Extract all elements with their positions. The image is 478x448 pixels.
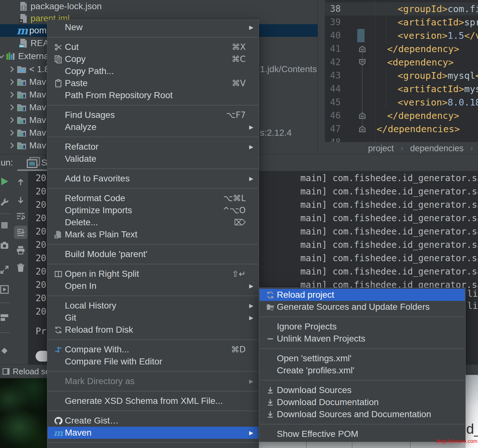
- menu-item-cut[interactable]: Cut⌘X: [48, 41, 258, 53]
- menu-item-label: Find Usages: [65, 110, 115, 120]
- menu-item-label: Generate Sources and Update Folders: [277, 302, 430, 312]
- menu-item-label: Refactor: [65, 142, 99, 152]
- line-number: 39: [325, 16, 341, 29]
- fold-marker-collapse-icon[interactable]: [358, 112, 366, 120]
- download-icon: [263, 410, 277, 419]
- pin-icon[interactable]: [0, 346, 10, 356]
- menu-item-paste[interactable]: Paste⌘V: [48, 77, 258, 89]
- menu-item-ignore-projects[interactable]: Ignore Projects: [260, 321, 465, 333]
- menu-item-find-usages[interactable]: Find Usages⌥F7: [48, 109, 258, 121]
- menu-item-generate-sources-and-update-folders[interactable]: Generate Sources and Update Folders: [260, 301, 465, 313]
- menu-item-shortcut: ⌦: [234, 218, 254, 227]
- menu-item-refactor[interactable]: Refactor▶: [48, 141, 258, 153]
- menu-item-analyze[interactable]: Analyze▶: [48, 121, 258, 133]
- menu-item-reload-from-disk[interactable]: Reload from Disk: [48, 324, 258, 336]
- svg-text:MD: MD: [20, 44, 24, 48]
- menu-item-download-documentation[interactable]: Download Documentation: [260, 396, 465, 408]
- menu-item-label: Compare With...: [65, 344, 129, 355]
- background-page-text: d_: [466, 421, 478, 437]
- line-number: 41: [325, 42, 341, 56]
- menu-item-label: Reformat Code: [65, 193, 125, 203]
- menu-item-download-sources[interactable]: Download Sources: [260, 384, 465, 396]
- menu-item-label: Maven: [65, 428, 92, 438]
- menu-item-mark-as-plain-text[interactable]: Mark as Plain Text: [48, 228, 258, 241]
- code-segment: <artifactId>: [398, 17, 464, 28]
- menu-item-reformat-code[interactable]: Reformat Code⌥⌘L: [48, 192, 258, 204]
- code-text: <version>1.5</ve: [398, 29, 478, 42]
- clear-icon[interactable]: [16, 263, 26, 273]
- menu-item-label: Delete...: [65, 217, 98, 227]
- no-icon: [51, 193, 65, 203]
- breadcrumb-item-project[interactable]: project: [368, 144, 394, 153]
- fold-marker-collapse-icon[interactable]: [358, 125, 366, 133]
- menu-item-unlink-maven-projects[interactable]: Unlink Maven Projects: [260, 333, 465, 345]
- menu-item-download-sources-and-documentation[interactable]: Download Sources and Documentation: [260, 408, 465, 420]
- menu-item-optimize-imports[interactable]: Optimize Imports^⌥O: [48, 204, 258, 216]
- no-icon: [263, 366, 277, 375]
- tree-item-label: Externa: [18, 50, 49, 63]
- menu-item-validate[interactable]: Validate: [48, 153, 258, 165]
- up-arrow-icon[interactable]: [16, 177, 26, 187]
- no-icon: [51, 218, 65, 227]
- menu-item-new[interactable]: New▶: [48, 21, 258, 33]
- soft-wrap-icon[interactable]: [16, 211, 26, 221]
- menu-item-open-in[interactable]: Open In▶: [48, 280, 258, 292]
- chevron-right-icon[interactable]: [8, 129, 16, 137]
- menu-item-reload-project[interactable]: Reload project: [260, 289, 465, 301]
- code-segment: spri: [464, 17, 478, 28]
- fold-marker-collapse-icon[interactable]: [358, 45, 366, 53]
- chevron-down-icon[interactable]: [0, 52, 5, 60]
- snapshot-icon[interactable]: [0, 240, 10, 250]
- code-text: <artifactId>mysq: [398, 82, 478, 96]
- menu-item-create-gist[interactable]: Create Gist…: [48, 415, 258, 427]
- down-arrow-icon[interactable]: [16, 195, 26, 205]
- layout-icon[interactable]: [0, 312, 10, 322]
- stop-icon[interactable]: [0, 220, 10, 230]
- menu-item-git[interactable]: Git▶: [48, 312, 258, 324]
- chevron-right-icon[interactable]: [8, 141, 16, 150]
- menu-item-open-settings-xml[interactable]: Open 'settings.xml': [260, 352, 465, 364]
- menu-item-maven[interactable]: mMaven▶: [48, 427, 258, 439]
- tree-item-package-lock-json[interactable]: {}package-lock.json: [0, 0, 318, 13]
- menu-item-copy[interactable]: Copy⌘C: [48, 53, 258, 65]
- plain-text-icon: [51, 230, 65, 239]
- chevron-right-icon[interactable]: [8, 103, 16, 112]
- menu-item-delete[interactable]: Delete...⌦: [48, 216, 258, 228]
- context-menu: New▶Cut⌘XCopy⌘CCopy Path...Paste⌘VPath F…: [47, 20, 259, 448]
- menu-item-create-profiles-xml[interactable]: Create 'profiles.xml': [260, 364, 465, 377]
- menu-item-compare-file-with-editor[interactable]: Compare File with Editor: [48, 356, 258, 368]
- code-text: <groupId>mysql</: [398, 69, 478, 82]
- download-icon: [263, 397, 277, 407]
- menu-item-generate-xsd-schema[interactable]: Generate XSD Schema from XML File...: [48, 395, 258, 407]
- menu-item-local-history[interactable]: Local History▶: [48, 300, 258, 312]
- menu-item-add-to-favorites[interactable]: Add to Favorites▶: [48, 173, 258, 185]
- run-dashboard-icon[interactable]: [0, 284, 10, 295]
- scroll-to-end-icon[interactable]: [16, 227, 26, 237]
- editor-line: 44<artifactId>mysq: [325, 82, 478, 96]
- file-md-icon: MD: [18, 38, 29, 48]
- fold-marker-expand-icon[interactable]: [358, 58, 366, 66]
- menu-item-label: Unlink Maven Projects: [277, 334, 365, 344]
- menu-item-path-from-repository-root[interactable]: Path From Repository Root: [48, 89, 258, 101]
- chevron-right-icon[interactable]: [8, 78, 16, 86]
- menu-item-build-module-parent[interactable]: Build Module 'parent': [48, 248, 258, 260]
- menu-item-label: Mark as Plain Text: [65, 229, 137, 240]
- restore-layout-icon[interactable]: [0, 265, 10, 275]
- chevron-right-icon[interactable]: [8, 91, 16, 99]
- console-line-tail-fragment: li: [467, 300, 478, 312]
- no-icon: [51, 281, 65, 291]
- breadcrumb-item-dependencies[interactable]: dependencies: [410, 144, 463, 153]
- rerun-icon[interactable]: [0, 176, 10, 187]
- menu-item-label: Generate XSD Schema from XML File...: [65, 396, 223, 406]
- menu-item-copy-path[interactable]: Copy Path...: [48, 65, 258, 77]
- menu-item-mark-directory-as[interactable]: Mark Directory as▶: [48, 375, 258, 387]
- tree-item-label: REA: [31, 37, 49, 50]
- tool-window-icon[interactable]: [2, 367, 10, 376]
- menu-item-compare-with[interactable]: Compare With...⌘D: [48, 343, 258, 356]
- print-icon[interactable]: [16, 245, 26, 255]
- chevron-right-icon[interactable]: [8, 116, 16, 124]
- build-settings-icon[interactable]: [0, 197, 10, 207]
- menu-item-open-in-right-split[interactable]: Open in Right Split⇧↵: [48, 268, 258, 280]
- menu-item-show-effective-pom[interactable]: Show Effective POM: [260, 428, 465, 440]
- chevron-right-icon[interactable]: [8, 65, 16, 73]
